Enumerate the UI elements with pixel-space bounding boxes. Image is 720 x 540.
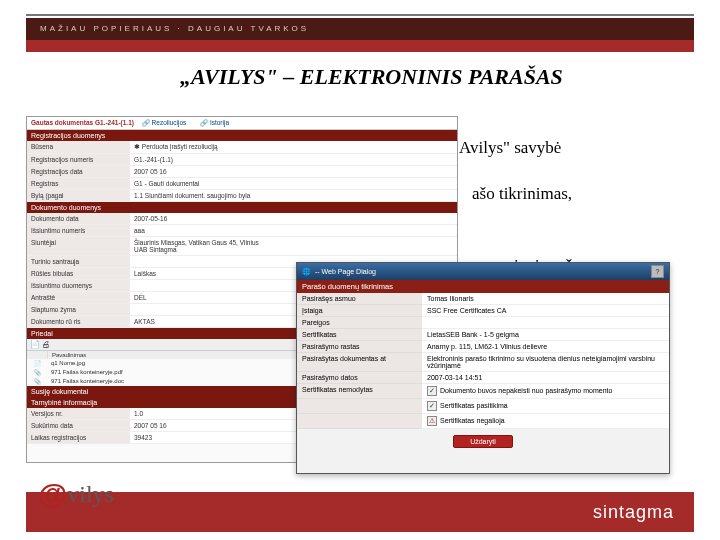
window-icon: 🌐 [302,268,311,276]
file-icon: 📄 [27,359,47,368]
value-sendnum: aaa [130,225,457,236]
signature-check-dialog: 🌐 -- Web Page Dialog ? Parašo duomenų ti… [296,262,670,474]
value-file: 1.1 Siunčiami dokument. saugojimo byla [130,190,457,201]
lbl-position: Pareigos [297,317,422,329]
logo-at-icon: @ [38,477,67,511]
val-certunmod: ✓Dokumento buvos nepakeisti nuo pasirašy… [422,384,669,399]
lbl-cert: Sertifikatas [297,329,422,341]
attach-toolbar-1[interactable]: 📄 [30,340,40,349]
file-name: 971 Failas konteineryje.pdf [47,368,127,377]
check-icon: ✓ [427,401,437,411]
section-docdata: Dokumento duomenys [27,202,457,213]
check-icon: ✓ [427,386,437,396]
value-senders: Šiaurinis Miasgas, Vatikan Gaus 45, Viln… [130,237,457,255]
value-status: ✱ Perduota įrašyti rezoliuciją [130,141,457,153]
footer-brand: sintagma [593,502,674,523]
lbl-signdate: Pasirašymo datos [297,372,422,384]
lbl-blank1 [297,399,422,414]
label-regdate: Registracijos data [27,166,130,177]
label-status: Būsena [27,141,130,153]
val-signer: Tomas Ilionaris [422,293,669,305]
dialog-titlebar: 🌐 -- Web Page Dialog ? [297,263,669,280]
value-regnum: G1.-241-(1.1) [130,154,457,165]
attach-toolbar-2[interactable]: 🖨 [42,340,50,349]
val-signdate: 2007-03-14 14:51 [422,372,669,384]
label-regtime: Laikas registracijos [27,432,130,443]
label-sendnum: Išsiuntimo numeris [27,225,130,236]
label-senddata: Išsiuntimo duomenys [27,280,130,291]
value-regdate: 2007 05 16 [130,166,457,177]
label-regnum: Registracijos numeris [27,154,130,165]
label-doctype: Dokumento rū ris [27,316,130,327]
tab-history[interactable]: 🔗 Istorija [200,119,235,126]
label-docdate: Dokumento data [27,213,130,224]
label-register: Registras [27,178,130,189]
label-summary: Turinio santrauja [27,256,130,267]
label-secret: Slaptumo žyma [27,304,130,315]
warning-icon: ⚠ [427,416,437,426]
lbl-certunmod: Sertifikatas nemodytas [297,384,422,399]
file-icon: 📎 [27,377,47,386]
file-name: q1 Nome.jpg [47,359,89,368]
page-title: „AVILYS" – ELEKTRONINIS PARAŠAS [180,64,563,90]
top-tagline: MAŽIAU POPIERIAUS · DAUGIAU TVARKOS [26,18,694,40]
bullet-1: "Avilys" savybė [452,138,561,158]
close-button[interactable]: Uždaryti [453,435,513,448]
avilys-logo: @ vilys [38,468,168,520]
help-button[interactable]: ? [651,265,664,278]
label-version: Versijos nr. [27,408,130,419]
dialog-sectionbar: Parašo duomenų tikrinimas [297,280,669,293]
lbl-signeddoc: Pasirašytas dokumentas at [297,353,422,372]
lbl-signer: Pasirašęs asmuo [297,293,422,305]
val-org: SSC Free Certificates CA [422,305,669,317]
logo-text: vilys [67,481,114,508]
label-senders: Siuntėjai [27,237,130,255]
label-created: Sukūrimo data [27,420,130,431]
lbl-org: Įstaiga [297,305,422,317]
dialog-title: -- Web Page Dialog [315,268,376,275]
file-icon: 📎 [27,368,47,377]
value-docdate: 2007-05-16 [130,213,457,224]
bullet-2: ašo tikrinimas, [472,184,572,204]
form-tabs: Gautas dokumentas G1.-241-(1.1) 🔗 Rezoli… [27,117,457,130]
label-kind: Rūšies bibulas [27,268,130,279]
label-title2: Antraštė [27,292,130,303]
col-icon [27,351,48,359]
val-signloc: Anarny p. 115, LM62-1 Vilnius delievre [422,341,669,353]
section-registration: Registracijos duomenys [27,130,457,141]
file-name: 971 Failas konteineryje.doc [47,377,128,386]
val-chk2: ⚠Sertifikatas negalioja [422,414,669,429]
label-file: Bylą (pagal [27,190,130,201]
val-signeddoc: Elektroninis parašo tikrinimo su visuote… [422,353,669,372]
val-position [422,317,669,329]
lbl-signloc: Pasirašymo rastas [297,341,422,353]
val-cert: LietasSEB Bank - 1-5 geigma [422,329,669,341]
top-accent-bar [26,40,694,52]
tab-document[interactable]: Gautas dokumentas G1.-241-(1.1) [31,119,134,126]
value-register: G1 - Gauti dokumentai [130,178,457,189]
tab-resolutions[interactable]: 🔗 Rezoliucijos [142,119,193,126]
val-chk1: ✓Sertifikatas pasitikima [422,399,669,414]
lbl-blank2 [297,414,422,429]
